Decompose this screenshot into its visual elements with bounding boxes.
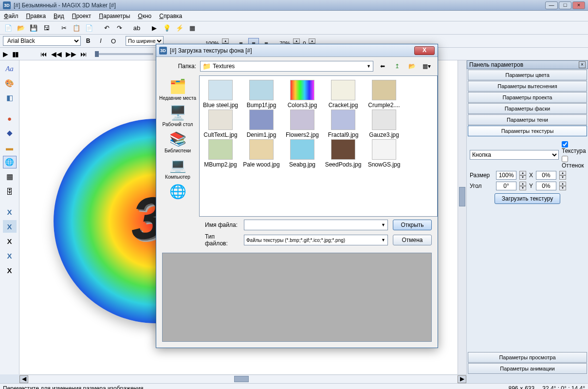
file-item[interactable]: Fractal9.jpg [324,110,362,138]
place-2[interactable]: 📚Библиотеки [158,130,197,154]
text-tool[interactable]: Aa [3,62,17,75]
canvas-vscroll[interactable] [458,60,466,374]
param-bottom-0[interactable]: Параметры просмотра [468,352,587,363]
maximize-button[interactable]: □ [559,1,571,9]
file-item[interactable]: Crumple2.... [365,80,403,109]
redo-button[interactable]: ↷ [114,22,125,33]
param-section-2[interactable]: Параметры проекта [468,92,587,103]
file-item[interactable]: Flowers2.jpg [283,110,321,138]
menu-файл[interactable]: Файл [4,13,18,19]
filename-input[interactable]: ▼ [244,220,388,230]
box-tool[interactable]: ▬ [3,141,17,154]
nav-back-button[interactable]: ⬅ [377,61,388,72]
file-item[interactable]: Cracket.jpg [324,80,362,109]
face-selector[interactable]: Кнопка [470,150,559,160]
file-item[interactable]: Gauze3.jpg [365,110,403,138]
file-item[interactable]: SeedPods.jpg [324,139,362,168]
load-texture-button[interactable]: Загрузить текстуру [495,193,561,204]
file-item[interactable]: Blue steel.jpg [202,80,239,109]
param-section-4[interactable]: Параметры тени [468,114,587,125]
cone-tool[interactable]: ◆ [3,127,17,139]
x-tool-4[interactable]: X [3,249,17,262]
angle-y-spin[interactable]: ▲▼ [559,182,566,190]
save-as-button[interactable]: 🖫 [41,22,52,33]
cut-button[interactable]: ✂ [58,22,69,33]
last-frame-button[interactable]: ⏭ [80,50,87,58]
menu-окно[interactable]: Окно [138,13,151,19]
minimize-button[interactable]: — [545,1,558,9]
param-section-0[interactable]: Параметры цвета [468,70,587,80]
place-0[interactable]: 🗂️Недавние места [158,77,197,102]
close-button[interactable]: × [572,1,585,9]
file-item[interactable]: Seabg.jpg [283,139,321,168]
size-y-input[interactable] [536,171,556,180]
menu-вид[interactable]: Вид [54,13,64,19]
file-item[interactable]: Bump1f.jpg [242,80,280,109]
paste-button[interactable]: 📄 [84,22,94,33]
param-section-3[interactable]: Параметры фаски [468,103,587,114]
x-tool-3[interactable]: X [3,235,17,247]
open-button[interactable]: 📂 [16,22,26,33]
place-1[interactable]: 🖥️Рабочий стол [158,104,197,128]
x-tool-2[interactable]: X [3,220,17,233]
file-item[interactable]: Pale wood.jpg [242,139,280,168]
menu-параметры[interactable]: Параметры [99,13,130,19]
file-list[interactable]: Blue steel.jpgBump1f.jpgColors3.jpgCrack… [199,75,438,217]
file-item[interactable]: CultTextL.jpg [202,110,239,138]
cylinder-tool[interactable]: 🗄 [3,185,17,198]
angle-x-input[interactable] [496,182,516,190]
cancel-button-dialog[interactable]: Отмена [393,235,432,245]
x-tool-1[interactable]: X [3,205,17,218]
undo-button[interactable]: ↶ [101,22,112,33]
play-small-button[interactable]: ▶ [149,22,160,33]
sphere-tool[interactable]: ● [3,112,17,125]
pattern-tool[interactable]: ▦ [3,170,17,183]
window-button[interactable]: ▦ [187,22,198,33]
text-button[interactable]: ab [131,22,142,33]
dialog-close-button[interactable]: X [414,46,435,55]
size-y-spin[interactable]: ▲▼ [559,171,566,180]
file-item[interactable]: Denim1.jpg [242,110,280,138]
param-bottom-1[interactable]: Параметры анимации [468,363,587,374]
cb-tint-label[interactable]: Оттенок [562,155,585,168]
folder-selector[interactable]: 📁 Textures ▼ [200,61,373,72]
new-button[interactable]: 📄 [3,22,14,33]
file-item[interactable]: SnowGS.jpg [365,139,403,168]
nav-newfolder-button[interactable]: 📂 [406,61,417,72]
effects-button[interactable]: ⚡ [174,22,185,33]
open-button-dialog[interactable]: Открыть [393,220,432,230]
size-x-input[interactable] [496,171,516,180]
copy-button[interactable]: 📋 [71,22,82,33]
hscroll-left[interactable]: ◀ [19,375,28,383]
menu-проект[interactable]: Проект [72,13,92,19]
outline-button[interactable]: O [108,36,119,46]
timeline-slider[interactable] [95,53,153,55]
italic-button[interactable]: I [95,36,106,46]
menu-правка[interactable]: Правка [26,13,46,19]
angle-y-input[interactable] [536,182,556,190]
place-4[interactable]: 🌐 [158,183,197,202]
save-button[interactable]: 💾 [28,22,39,33]
file-item[interactable]: Colors3.jpg [283,80,321,109]
palette-tool[interactable]: 🎨 [3,77,17,90]
cb-tint[interactable] [562,156,568,162]
nav-view-button[interactable]: ▦▾ [421,61,432,72]
pause-button[interactable]: ▮▮ [12,50,18,58]
menu-справка[interactable]: Справка [159,13,182,19]
filetype-selector[interactable]: Файлы текстуры (*.bmp;*.gif;*.ico;*.jpg;… [244,235,388,245]
next-frame-button[interactable]: ▶▶ [66,50,76,58]
nav-up-button[interactable]: ↥ [392,61,403,72]
canvas-hscroll[interactable]: ◀ ▶ [19,374,466,383]
globe-tool[interactable]: 🌐 [3,156,17,168]
param-section-1[interactable]: Параметры вытеснения [468,81,587,92]
cb-texture[interactable] [562,141,568,148]
size-x-spin[interactable]: ▲▼ [519,171,526,180]
bold-button[interactable]: B [83,36,93,46]
first-frame-button[interactable]: ⏮ [40,50,47,58]
cube-tool[interactable]: ◧ [3,92,17,104]
x-tool-5[interactable]: X [3,264,17,277]
hscroll-right[interactable]: ▶ [458,375,466,383]
angle-x-spin[interactable]: ▲▼ [519,182,526,190]
prev-frame-button[interactable]: ◀◀ [51,50,62,58]
param-section-5[interactable]: Параметры текстуры [468,126,587,136]
